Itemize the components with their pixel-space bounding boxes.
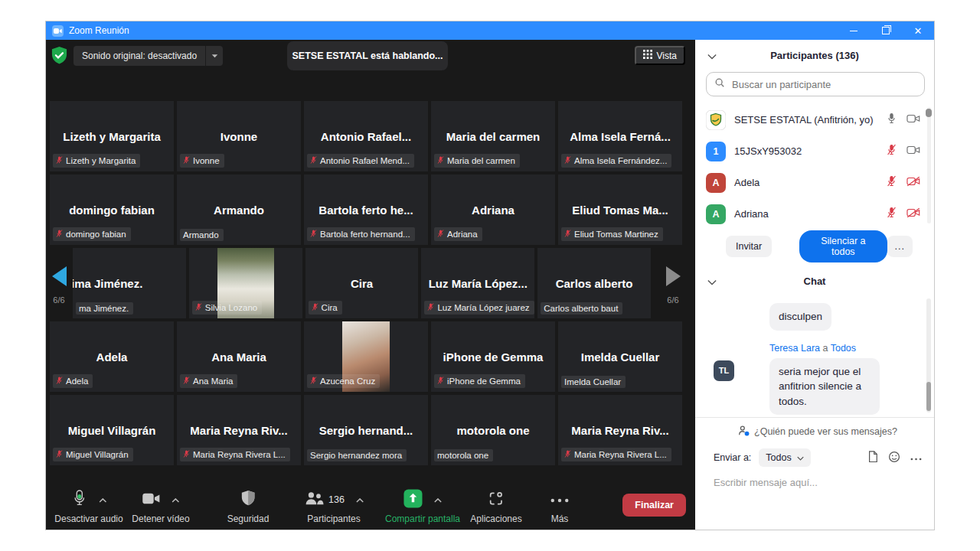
security-button[interactable]: Seguridad <box>227 489 270 524</box>
minimize-button[interactable] <box>838 21 870 40</box>
video-tile[interactable]: tima Jiménez. ma Jiménez. <box>73 248 186 318</box>
tile-label: Silvia Lozano <box>192 301 262 315</box>
tile-name: Maria Reyna Riv... <box>190 424 287 437</box>
muted-mic-icon <box>310 376 317 386</box>
tile-name: iPhone de Gemma <box>443 350 544 364</box>
share-screen-icon <box>403 489 423 510</box>
tile-label: Ivonne <box>180 154 224 168</box>
video-tile[interactable]: Alma Isela Ferná... Alma Isela Fernández… <box>558 101 682 171</box>
video-tile[interactable]: Maria del carmen Maria del carmen <box>431 101 555 171</box>
video-tile[interactable]: Adriana Adriana <box>431 174 555 245</box>
camera-off-icon <box>906 207 920 221</box>
security-shield-icon[interactable] <box>51 46 68 68</box>
video-tile[interactable]: Maria Reyna Riv... Maria Reyna Rivera L.… <box>558 395 682 465</box>
collapse-chevron-icon[interactable] <box>707 276 717 288</box>
close-button[interactable]: ✕ <box>902 21 934 40</box>
muted-mic-icon <box>437 155 444 166</box>
invite-button[interactable]: Invitar <box>726 236 772 257</box>
chat-recipient[interactable]: Todos <box>831 343 856 354</box>
next-page-arrow-icon[interactable] <box>666 266 681 286</box>
scrollbar-thumb[interactable] <box>926 109 932 117</box>
apps-button[interactable]: Aplicaciones <box>470 489 521 524</box>
audio-options-caret-icon[interactable] <box>99 494 106 505</box>
tile-label-text: Ana Maria <box>193 377 233 386</box>
privacy-note[interactable]: ¿Quién puede ver sus mensajes? <box>714 422 922 441</box>
grid-view-icon <box>643 50 652 61</box>
video-tile[interactable]: Ana Maria Ana Maria <box>177 321 301 392</box>
video-tile[interactable]: Adela Adela <box>50 321 174 392</box>
share-options-caret-icon[interactable] <box>434 494 442 505</box>
participant-row[interactable]: A Adriana <box>695 198 934 230</box>
video-tile[interactable]: domingo fabian domingo fabian <box>50 174 174 245</box>
share-screen-button[interactable]: Compartir pantalla <box>385 489 460 524</box>
file-attach-icon[interactable] <box>867 450 878 465</box>
emoji-icon[interactable] <box>888 451 900 465</box>
chat-message: TL seria mejor que el anfitrion silencie… <box>695 358 934 416</box>
original-sound-button[interactable]: Sonido original: desactivado <box>74 46 223 66</box>
video-tile[interactable]: Ivonne Ivonne <box>177 101 301 171</box>
tile-label: domingo fabian <box>53 227 131 241</box>
person-privacy-icon <box>738 425 750 439</box>
video-tile[interactable]: Bartola ferto he... Bartola ferto hernan… <box>304 174 428 245</box>
participants-button[interactable]: 136 Participantes <box>304 489 364 524</box>
title-bar: Zoom Reunión ✕ <box>46 21 934 40</box>
view-button[interactable]: Vista <box>635 46 685 65</box>
mute-audio-button[interactable]: Desactivar audio <box>54 489 122 524</box>
mute-all-button[interactable]: Silenciar a todos <box>799 230 887 262</box>
participant-list: SETSE ESTATAL (Anfitrión, yo) 1 15JSxY95… <box>695 104 934 230</box>
muted-mic-icon <box>56 376 63 386</box>
muted-mic-icon <box>56 155 63 166</box>
tile-name: Luz María López... <box>429 277 528 290</box>
camera-on-icon <box>906 145 920 158</box>
tile-name: motorola one <box>456 424 529 437</box>
tile-label: Sergio hernandez mora <box>307 449 407 461</box>
search-input[interactable] <box>730 78 916 91</box>
chat-action-icons <box>867 450 922 465</box>
participant-search[interactable] <box>706 72 925 96</box>
restore-button[interactable] <box>870 21 902 40</box>
tile-label-text: Maria Reyna Rivera L... <box>574 450 667 459</box>
video-tile[interactable]: motorola one motorola one <box>431 395 555 465</box>
video-tile[interactable]: Cira Cira <box>305 248 419 318</box>
video-tile[interactable]: Imelda Cuellar Imelda Cuellar <box>558 321 682 392</box>
end-meeting-button[interactable]: Finalizar <box>622 494 686 517</box>
video-tile[interactable]: Luz María López... Luz María López juare… <box>421 248 534 318</box>
more-button[interactable]: Más <box>550 489 569 524</box>
muted-mic-icon <box>312 302 318 313</box>
microphone-icon <box>71 488 87 510</box>
apps-icon <box>488 491 505 509</box>
page-indicator: 6/6 <box>662 295 684 305</box>
chat-message-header: Teresa Lara a Todos <box>769 343 934 354</box>
participant-row[interactable]: A Adela <box>695 167 934 198</box>
participant-row[interactable]: 1 15JSxY953032 <box>695 135 934 167</box>
video-tile[interactable]: Antonio Rafael... Antonio Rafael Mend... <box>304 101 428 171</box>
more-options-icon[interactable] <box>910 452 922 463</box>
video-tile[interactable]: Sergio hernand... Sergio hernandez mora <box>304 395 428 465</box>
video-tile[interactable]: Armando Armando <box>177 174 301 245</box>
video-tile[interactable]: Carlos alberto Carlos alberto baut <box>537 248 651 318</box>
participants-more-button[interactable]: ... <box>887 236 913 257</box>
video-tile[interactable]: Miguel Villagrán Miguel Villagrán <box>50 395 174 465</box>
video-tile[interactable]: Azucena Cruz <box>304 321 428 392</box>
chat-message-input[interactable] <box>714 477 922 488</box>
video-tile[interactable]: Lizeth y Margarita Lizeth y Margarita <box>50 101 174 171</box>
stop-video-button[interactable]: Detener vídeo <box>132 489 189 524</box>
video-tile[interactable]: iPhone de Gemma iPhone de Gemma <box>431 321 555 392</box>
scrollbar-thumb[interactable] <box>926 382 931 411</box>
chat-connector: a <box>823 343 828 354</box>
muted-mic-icon <box>195 302 202 313</box>
collapse-chevron-icon[interactable] <box>707 51 717 62</box>
video-tile[interactable]: Eliud Tomas Ma... Eliud Tomas Martinez <box>558 174 682 245</box>
muted-mic-icon <box>564 229 571 240</box>
previous-page-arrow-icon[interactable] <box>52 266 67 286</box>
video-tile[interactable]: Silvia Lozano <box>189 248 302 318</box>
chevron-down-icon[interactable] <box>206 54 223 58</box>
participants-caret-icon[interactable] <box>356 494 364 505</box>
chat-sender[interactable]: Teresa Lara <box>769 343 820 354</box>
send-to-selector[interactable]: Todos <box>759 448 810 467</box>
video-options-caret-icon[interactable] <box>172 494 179 505</box>
scrollbar-track[interactable] <box>927 107 931 223</box>
participant-row[interactable]: SETSE ESTATAL (Anfitrión, yo) <box>695 104 934 135</box>
video-tile[interactable]: Maria Reyna Riv... Maria Reyna Rivera L.… <box>177 395 301 465</box>
tile-name: Adela <box>96 350 128 364</box>
